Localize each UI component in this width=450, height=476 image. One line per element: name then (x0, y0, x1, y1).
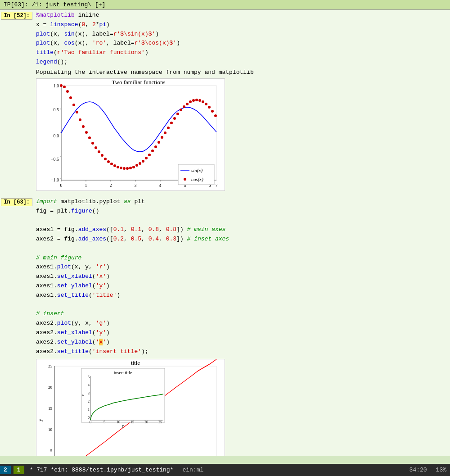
svg-point-62 (167, 127, 170, 129)
svg-point-33 (76, 111, 78, 113)
svg-text:20: 20 (144, 420, 148, 424)
svg-text:2: 2 (88, 399, 90, 403)
svg-point-29 (63, 86, 66, 88)
svg-point-70 (192, 99, 195, 102)
svg-point-54 (142, 160, 144, 163)
svg-point-40 (98, 150, 100, 153)
inset-title: insert title (114, 370, 132, 375)
svg-point-68 (186, 103, 189, 105)
svg-text:2: 2 (110, 183, 112, 188)
svg-point-51 (132, 166, 135, 168)
plot1-container: Two familiar functions 1.0 0.5 0.0 −0.5 … (36, 78, 450, 193)
svg-point-35 (82, 125, 85, 128)
plot1-svg: Two familiar functions 1.0 0.5 0.0 −0.5 … (36, 78, 225, 191)
status-file: * 717 *ein: 8888/test.ipynb/just_testing… (25, 466, 178, 474)
svg-point-52 (135, 164, 138, 167)
svg-text:5: 5 (104, 420, 105, 424)
status-percent: 13% (436, 467, 446, 473)
svg-point-28 (60, 84, 63, 87)
svg-point-36 (85, 131, 88, 134)
namespace-text: Populating the interactive namespace fro… (36, 69, 254, 76)
svg-point-67 (183, 105, 185, 108)
status-num2: 2 (0, 466, 11, 474)
svg-point-46 (117, 166, 119, 168)
svg-text:−0.5: −0.5 (51, 157, 59, 162)
svg-text:0.0: 0.0 (54, 133, 59, 138)
plot2-ylabel: y (37, 419, 43, 422)
svg-point-42 (104, 158, 107, 160)
svg-text:4: 4 (159, 183, 162, 188)
plot2-title: title (131, 359, 140, 366)
code-52[interactable]: %matplotlib inline x = linspace(0, 2*pi)… (36, 11, 450, 67)
prompt-52: In [52]: (0, 11, 36, 20)
svg-text:25: 25 (48, 364, 53, 368)
sin-legend-label: sin(x) (191, 168, 202, 173)
svg-text:0: 0 (88, 416, 90, 420)
svg-point-47 (120, 167, 122, 169)
svg-text:0: 0 (90, 420, 91, 424)
svg-point-79 (184, 178, 186, 181)
svg-text:0: 0 (60, 183, 63, 188)
svg-point-32 (72, 104, 75, 106)
svg-text:15: 15 (48, 406, 53, 411)
svg-text:20: 20 (48, 385, 53, 390)
svg-text:3: 3 (135, 183, 137, 188)
svg-point-43 (107, 160, 110, 163)
svg-text:1: 1 (85, 183, 87, 188)
svg-point-59 (158, 141, 160, 144)
status-bar: 2 1 * 717 *ein: 8888/test.ipynb/just_tes… (0, 464, 450, 476)
output-text-52: Populating the interactive namespace fro… (36, 69, 450, 76)
svg-point-69 (189, 100, 192, 103)
svg-point-34 (79, 118, 81, 121)
svg-point-66 (180, 109, 182, 111)
plot2-svg: title y x 0 5 10 15 20 25 0 1 2 3 4 5 (36, 359, 225, 456)
svg-point-50 (129, 167, 132, 169)
status-mode: ein:ml (178, 466, 208, 474)
code-63[interactable]: import matplotlib.pyplot as plt fig = pl… (36, 197, 450, 357)
svg-point-38 (91, 142, 94, 145)
svg-point-44 (110, 163, 113, 165)
svg-text:25: 25 (158, 420, 162, 424)
svg-text:0.5: 0.5 (54, 107, 59, 112)
svg-point-76 (211, 110, 214, 113)
plot1-title: Two familiar functions (112, 79, 166, 86)
notebook-area: In [52]: %matplotlib inline x = linspace… (0, 10, 450, 456)
status-num1: 1 (14, 466, 24, 474)
svg-point-64 (173, 117, 176, 120)
svg-point-77 (214, 114, 217, 117)
in-badge-63[interactable]: In [63]: (1, 198, 32, 206)
svg-point-63 (170, 122, 173, 124)
svg-point-49 (126, 167, 129, 170)
svg-point-61 (164, 131, 166, 134)
svg-point-60 (161, 136, 163, 139)
svg-text:−1.0: −1.0 (51, 177, 59, 182)
svg-point-41 (101, 154, 104, 157)
svg-text:5: 5 (88, 375, 90, 379)
svg-point-71 (195, 99, 198, 101)
svg-point-48 (123, 167, 126, 170)
svg-point-53 (139, 162, 141, 165)
svg-point-58 (154, 145, 157, 148)
svg-text:5: 5 (50, 449, 53, 453)
inset-xlabel: y (122, 423, 124, 428)
svg-text:1.0: 1.0 (54, 83, 59, 88)
svg-text:10: 10 (117, 420, 120, 424)
title-text: IP[63]: /1: just_testing\ [+] (4, 1, 105, 8)
svg-point-55 (145, 157, 148, 159)
svg-point-57 (151, 150, 154, 152)
svg-text:10: 10 (48, 427, 53, 432)
svg-point-45 (113, 164, 116, 167)
output-52: Populating the interactive namespace fro… (0, 68, 450, 77)
plot2-container: title y x 0 5 10 15 20 25 0 1 2 3 4 5 (36, 359, 450, 456)
cell-63: In [63]: import matplotlib.pyplot as plt… (0, 196, 450, 358)
svg-point-30 (66, 90, 69, 93)
svg-text:15: 15 (130, 420, 134, 424)
cos-legend-label: cos(x) (191, 177, 203, 182)
svg-text:3: 3 (88, 391, 90, 395)
in-badge-52[interactable]: In [52]: (1, 12, 32, 20)
svg-point-37 (88, 136, 91, 139)
svg-text:7: 7 (216, 183, 218, 188)
inset-box (81, 368, 165, 422)
cell-52: In [52]: %matplotlib inline x = linspace… (0, 10, 450, 68)
svg-point-72 (198, 99, 201, 102)
